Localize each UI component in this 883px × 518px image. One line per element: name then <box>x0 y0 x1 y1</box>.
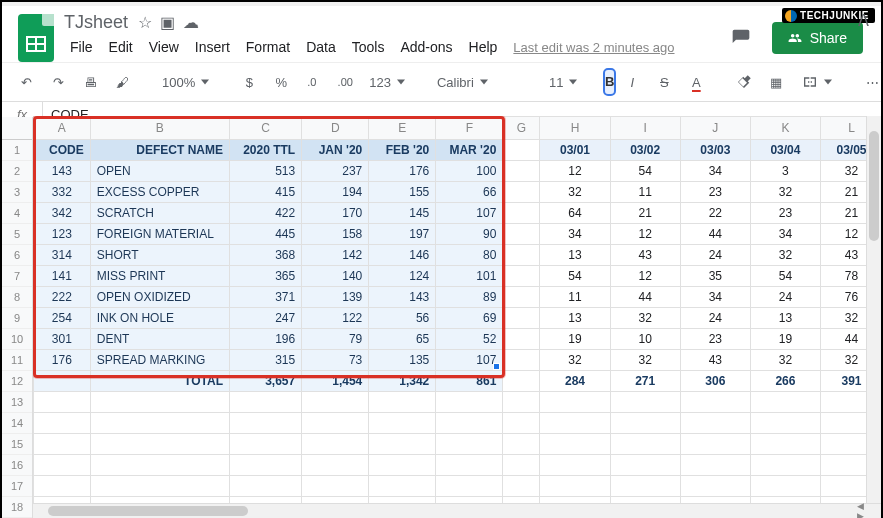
cell[interactable]: MAR '20 <box>436 140 503 161</box>
cell[interactable]: 22 <box>680 203 750 224</box>
table-row[interactable]: 222OPEN OXIDIZED371139143891144342476 <box>34 287 882 308</box>
grid-area[interactable]: ABCDEFGHIJKL CODEDEFECT NAME2020 TTLJAN … <box>33 116 881 518</box>
cell[interactable] <box>503 245 540 266</box>
cell[interactable]: 35 <box>680 266 750 287</box>
cell[interactable]: 306 <box>680 371 750 392</box>
cell[interactable]: 143 <box>369 287 436 308</box>
cell[interactable] <box>680 434 750 455</box>
cell[interactable]: 34 <box>540 224 610 245</box>
cell[interactable]: 23 <box>750 203 820 224</box>
table-row[interactable]: 332EXCESS COPPER415194155663211233221 <box>34 182 882 203</box>
cell[interactable] <box>610 392 680 413</box>
cell[interactable]: 142 <box>302 245 369 266</box>
row-head[interactable]: 9 <box>2 308 32 329</box>
cell[interactable]: 332 <box>34 182 91 203</box>
paint-format-button[interactable]: 🖌 <box>108 70 136 94</box>
cell[interactable]: 301 <box>34 329 91 350</box>
cell[interactable]: 145 <box>369 203 436 224</box>
cell[interactable] <box>680 455 750 476</box>
cell[interactable]: OPEN <box>90 161 229 182</box>
cell[interactable] <box>540 413 610 434</box>
cell[interactable]: 254 <box>34 308 91 329</box>
cell[interactable]: 34 <box>680 161 750 182</box>
cell[interactable]: 237 <box>302 161 369 182</box>
table-row[interactable] <box>34 413 882 434</box>
cell[interactable]: 135 <box>369 350 436 371</box>
bold-button[interactable]: B <box>605 70 614 94</box>
row-head[interactable]: 1 <box>2 140 32 161</box>
cell[interactable] <box>302 455 369 476</box>
cell[interactable]: 66 <box>436 182 503 203</box>
cell[interactable]: 415 <box>229 182 301 203</box>
cell[interactable] <box>503 455 540 476</box>
table-row[interactable]: CODEDEFECT NAME2020 TTLJAN '20FEB '20MAR… <box>34 140 882 161</box>
table-row[interactable]: 143OPEN513237176100125434332 <box>34 161 882 182</box>
menu-edit[interactable]: Edit <box>103 35 139 59</box>
font-size[interactable]: 11 <box>543 73 585 92</box>
cell[interactable] <box>369 392 436 413</box>
cell[interactable] <box>90 392 229 413</box>
cell[interactable] <box>34 392 91 413</box>
table-row[interactable]: 176SPREAD MARKING315731351073232433232 <box>34 350 882 371</box>
cell[interactable]: 155 <box>369 182 436 203</box>
cell[interactable]: 52 <box>436 329 503 350</box>
cell[interactable]: 170 <box>302 203 369 224</box>
cell[interactable]: 247 <box>229 308 301 329</box>
cell[interactable]: SPREAD MARKING <box>90 350 229 371</box>
cell[interactable]: 284 <box>540 371 610 392</box>
row-head[interactable]: 16 <box>2 455 32 476</box>
table-row[interactable]: 342SCRATCH4221701451076421222321 <box>34 203 882 224</box>
cell[interactable] <box>503 224 540 245</box>
cell[interactable]: JAN '20 <box>302 140 369 161</box>
increase-decimal-icon[interactable]: .00 <box>331 70 359 94</box>
row-head[interactable]: 14 <box>2 413 32 434</box>
cell[interactable]: EXCESS COPPER <box>90 182 229 203</box>
cell[interactable]: 422 <box>229 203 301 224</box>
table-row[interactable] <box>34 392 882 413</box>
cell[interactable]: 90 <box>436 224 503 245</box>
table-row[interactable]: 301DENT1967965521910231944 <box>34 329 882 350</box>
cell[interactable] <box>229 413 301 434</box>
cell[interactable] <box>503 287 540 308</box>
cell[interactable]: 24 <box>680 245 750 266</box>
cell[interactable] <box>34 434 91 455</box>
cell[interactable] <box>229 434 301 455</box>
cell[interactable] <box>503 350 540 371</box>
table-row[interactable] <box>34 434 882 455</box>
cell[interactable] <box>229 455 301 476</box>
cell[interactable]: 43 <box>610 245 680 266</box>
cell[interactable] <box>503 476 540 497</box>
cell[interactable] <box>34 455 91 476</box>
cell[interactable]: 32 <box>610 350 680 371</box>
cell[interactable]: 197 <box>369 224 436 245</box>
cell[interactable]: 03/01 <box>540 140 610 161</box>
cell[interactable]: 11 <box>610 182 680 203</box>
cell[interactable]: 513 <box>229 161 301 182</box>
cell[interactable] <box>540 455 610 476</box>
cell[interactable]: 24 <box>750 287 820 308</box>
star-icon[interactable]: ☆ <box>138 15 152 31</box>
cell[interactable]: 146 <box>369 245 436 266</box>
cell[interactable] <box>302 413 369 434</box>
cell[interactable] <box>610 434 680 455</box>
cell[interactable]: 176 <box>34 350 91 371</box>
cell[interactable]: SHORT <box>90 245 229 266</box>
undo-button[interactable]: ↶ <box>12 70 40 94</box>
cell[interactable]: 64 <box>540 203 610 224</box>
cell[interactable] <box>90 476 229 497</box>
cell[interactable] <box>540 392 610 413</box>
cell[interactable]: 54 <box>610 161 680 182</box>
cell[interactable]: 12 <box>610 266 680 287</box>
cell[interactable]: FEB '20 <box>369 140 436 161</box>
table-row[interactable]: 123FOREIGN MATERIAL445158197903412443412 <box>34 224 882 245</box>
vertical-scrollbar[interactable] <box>866 116 881 504</box>
cell[interactable]: 56 <box>369 308 436 329</box>
cell[interactable]: 23 <box>680 182 750 203</box>
row-head[interactable]: 7 <box>2 266 32 287</box>
cell[interactable] <box>540 476 610 497</box>
menu-addons[interactable]: Add-ons <box>394 35 458 59</box>
cell[interactable]: 368 <box>229 245 301 266</box>
cell[interactable] <box>503 266 540 287</box>
cell[interactable]: 861 <box>436 371 503 392</box>
cell[interactable] <box>369 413 436 434</box>
